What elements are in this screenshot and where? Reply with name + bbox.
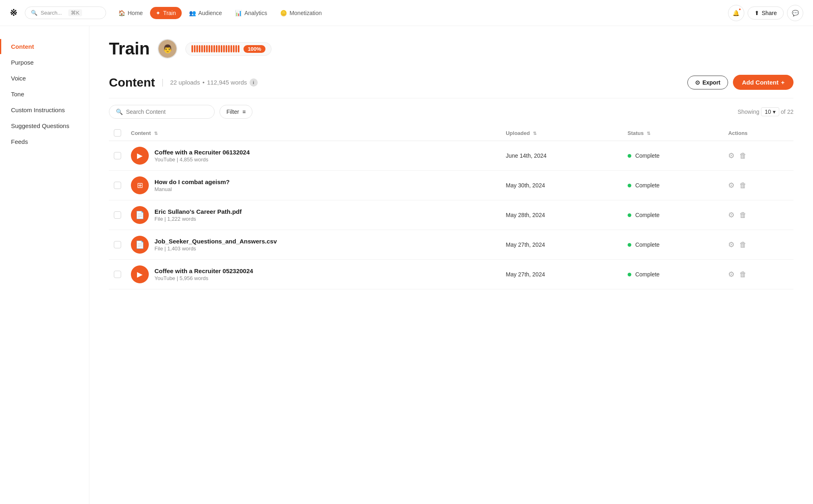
settings-icon[interactable]: ⚙ xyxy=(728,211,735,219)
progress-seg-20 xyxy=(238,45,239,52)
progress-seg-8 xyxy=(209,45,210,52)
status-label: Complete xyxy=(635,241,660,248)
info-icon[interactable]: i xyxy=(250,78,258,87)
table-row: ▶ Coffee with a Recruiter 052320024 YouT… xyxy=(109,260,793,289)
showing-info: Showing 10 ▾ of 22 xyxy=(737,107,793,116)
progress-seg-12 xyxy=(218,45,220,52)
sidebar-item-purpose[interactable]: Purpose xyxy=(0,55,89,70)
nav-item-train[interactable]: ✦ Train xyxy=(150,7,181,19)
row-content-cell: 📄 Job_Seeker_Questions_and_Answers.csv F… xyxy=(126,230,501,260)
nav-item-home[interactable]: 🏠 Home xyxy=(113,7,148,19)
delete-icon[interactable]: 🗑 xyxy=(739,211,747,219)
page-header: Train 👨 xyxy=(89,26,813,65)
sidebar-item-custom-instructions[interactable]: Custom Instructions xyxy=(0,102,89,117)
global-search[interactable]: 🔍 Search... ⌘K xyxy=(25,7,106,19)
row-checkbox-cell xyxy=(109,230,126,260)
nav-label-train: Train xyxy=(163,10,176,16)
content-cell: 📄 Job_Seeker_Questions_and_Answers.csv F… xyxy=(131,236,496,254)
settings-icon[interactable]: ⚙ xyxy=(728,181,735,190)
progress-seg-19 xyxy=(235,45,237,52)
row-uploaded-cell: May 27th, 2024 xyxy=(501,260,623,289)
row-uploaded-cell: June 14th, 2024 xyxy=(501,141,623,171)
filter-button[interactable]: Filter ≡ xyxy=(220,105,252,119)
share-button[interactable]: ⬆ Share xyxy=(748,7,784,20)
nav-item-analytics[interactable]: 📊 Analytics xyxy=(229,7,273,19)
progress-seg-10 xyxy=(213,45,215,52)
content-info: How do I combat ageism? Manual xyxy=(154,178,230,192)
status-dot xyxy=(628,184,631,187)
sidebar-item-feeds[interactable]: Feeds xyxy=(0,134,89,149)
app-logo: ※ xyxy=(10,8,17,18)
search-icon: 🔍 xyxy=(31,10,37,16)
settings-icon[interactable]: ⚙ xyxy=(728,270,735,279)
delete-icon[interactable]: 🗑 xyxy=(739,181,747,190)
row-actions-cell: ⚙ 🗑 xyxy=(723,260,793,289)
sidebar-label-feeds: Feeds xyxy=(11,138,28,145)
content-sub: File | 1,222 words xyxy=(154,216,241,222)
content-table: Content ⇅ Uploaded ⇅ Status ⇅ Actions xyxy=(109,125,793,289)
showing-count-select[interactable]: 10 ▾ xyxy=(761,107,779,116)
topnav: ※ 🔍 Search... ⌘K 🏠 Home ✦ Train 👥 Audien… xyxy=(0,0,813,26)
row-checkbox-3[interactable] xyxy=(114,241,121,248)
action-icons: ⚙ 🗑 xyxy=(728,240,789,249)
settings-icon[interactable]: ⚙ xyxy=(728,240,735,249)
header-uploaded: Uploaded ⇅ xyxy=(501,125,623,141)
content-type-icon: ⊞ xyxy=(131,176,149,194)
export-button[interactable]: ⊙ Export xyxy=(687,76,728,89)
chat-button[interactable]: 💬 xyxy=(787,5,803,21)
row-content-cell: ▶ Coffee with a Recruiter 052320024 YouT… xyxy=(126,260,501,289)
nav-label-home: Home xyxy=(128,10,143,16)
row-checkbox-4[interactable] xyxy=(114,271,121,278)
row-checkbox-2[interactable] xyxy=(114,211,121,219)
notification-dot xyxy=(738,8,741,11)
action-icons: ⚙ 🗑 xyxy=(728,181,789,190)
audience-icon: 👥 xyxy=(189,10,196,16)
header-status: Status ⇅ xyxy=(623,125,724,141)
nav-item-audience[interactable]: 👥 Audience xyxy=(183,7,228,19)
uploaded-sort-icon[interactable]: ⇅ xyxy=(533,131,537,136)
delete-icon[interactable]: 🗑 xyxy=(739,152,747,160)
add-content-button[interactable]: Add Content + xyxy=(733,75,793,90)
select-all-checkbox[interactable] xyxy=(114,129,121,137)
progress-seg-2 xyxy=(194,45,196,52)
content-name: Eric Sullano's Career Path.pdf xyxy=(154,208,241,215)
uploaded-date: May 27th, 2024 xyxy=(506,271,545,278)
content-name: Coffee with a Recruiter 052320024 xyxy=(154,267,253,274)
nav-item-monetization[interactable]: 🪙 Monetization xyxy=(274,7,327,19)
row-status-cell: Complete xyxy=(623,200,724,230)
status-sort-icon[interactable]: ⇅ xyxy=(647,131,650,136)
content-sort-icon[interactable]: ⇅ xyxy=(154,131,158,136)
row-status-cell: Complete xyxy=(623,141,724,171)
notifications-button[interactable]: 🔔 xyxy=(728,5,744,21)
sidebar-item-voice[interactable]: Voice xyxy=(0,71,89,86)
delete-icon[interactable]: 🗑 xyxy=(739,270,747,279)
row-uploaded-cell: May 27th, 2024 xyxy=(501,230,623,260)
progress-seg-15 xyxy=(226,45,227,52)
table-row: 📄 Job_Seeker_Questions_and_Answers.csv F… xyxy=(109,230,793,260)
row-checkbox-0[interactable] xyxy=(114,152,121,159)
content-section-title: Content xyxy=(109,76,155,89)
delete-icon[interactable]: 🗑 xyxy=(739,241,747,249)
sidebar-label-custom-instructions: Custom Instructions xyxy=(11,106,65,113)
content-info: Coffee with a Recruiter 06132024 YouTube… xyxy=(154,149,250,163)
content-header: Content | 22 uploads • 112,945 words i ⊙… xyxy=(109,65,793,98)
progress-seg-1 xyxy=(191,45,193,52)
content-type-icon: 📄 xyxy=(131,236,149,254)
status-dot xyxy=(628,213,631,217)
separator: | xyxy=(161,78,163,87)
sidebar-item-suggested-questions[interactable]: Suggested Questions xyxy=(0,118,89,133)
progress-badge: 100% xyxy=(243,45,265,53)
share-label: Share xyxy=(762,10,777,16)
settings-icon[interactable]: ⚙ xyxy=(728,151,735,160)
search-content-input[interactable]: 🔍 xyxy=(109,105,215,119)
progress-seg-16 xyxy=(228,45,230,52)
table-row: ⊞ How do I combat ageism? Manual May 30t… xyxy=(109,171,793,200)
content-cell: ⊞ How do I combat ageism? Manual xyxy=(131,176,496,194)
sidebar-item-content[interactable]: Content xyxy=(0,39,89,54)
share-icon: ⬆ xyxy=(754,10,759,16)
main-layout: Content Purpose Voice Tone Custom Instru… xyxy=(0,26,813,504)
row-checkbox-1[interactable] xyxy=(114,182,121,189)
sidebar-item-tone[interactable]: Tone xyxy=(0,87,89,102)
progress-seg-3 xyxy=(196,45,198,52)
search-content-field[interactable] xyxy=(126,109,208,115)
